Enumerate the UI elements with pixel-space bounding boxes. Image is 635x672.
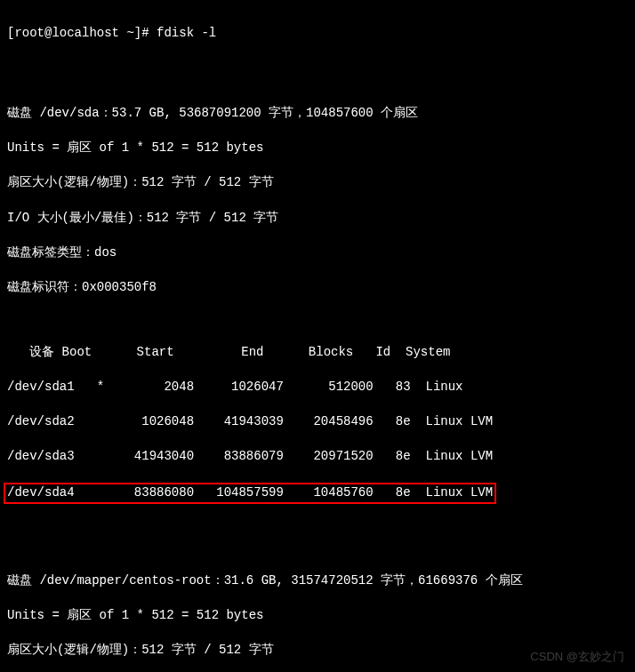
partition-row: /dev/sda3 41943040 83886079 20971520 8e … bbox=[7, 448, 628, 466]
disk-units: Units = 扇区 of 1 * 512 = 512 bytes bbox=[7, 140, 628, 157]
disk-io-size: I/O 大小(最小/最佳)：512 字节 / 512 字节 bbox=[7, 210, 628, 228]
partition-table-header: 设备 Boot Start End Blocks Id System bbox=[7, 344, 628, 362]
disk-sda-block: 磁盘 /dev/sda：53.7 GB, 53687091200 字节，1048… bbox=[7, 87, 628, 521]
partition-row: /dev/sda1 * 2048 1026047 512000 83 Linux bbox=[7, 379, 628, 396]
disk-units: Units = 扇区 of 1 * 512 = 512 bytes bbox=[7, 607, 628, 625]
disk-sector-size: 扇区大小(逻辑/物理)：512 字节 / 512 字节 bbox=[7, 174, 628, 192]
disk-label-type: 磁盘标签类型：dos bbox=[7, 244, 628, 262]
disk-header: 磁盘 /dev/sda：53.7 GB, 53687091200 字节，1048… bbox=[7, 105, 628, 123]
disk-identifier: 磁盘标识符：0x000350f8 bbox=[7, 279, 628, 297]
watermark: CSDN @玄妙之门 bbox=[530, 649, 624, 665]
disk-header: 磁盘 /dev/mapper/centos-root：31.6 GB, 3157… bbox=[7, 572, 628, 590]
terminal-output: [root@localhost ~]# fdisk -l 磁盘 /dev/sda… bbox=[7, 7, 628, 672]
partition-row: /dev/sda2 1026048 41943039 20458496 8e L… bbox=[7, 413, 628, 431]
command-prompt: [root@localhost ~]# fdisk -l bbox=[7, 25, 628, 43]
partition-row-highlighted: /dev/sda4 83886080 104857599 10485760 8e… bbox=[4, 483, 496, 504]
